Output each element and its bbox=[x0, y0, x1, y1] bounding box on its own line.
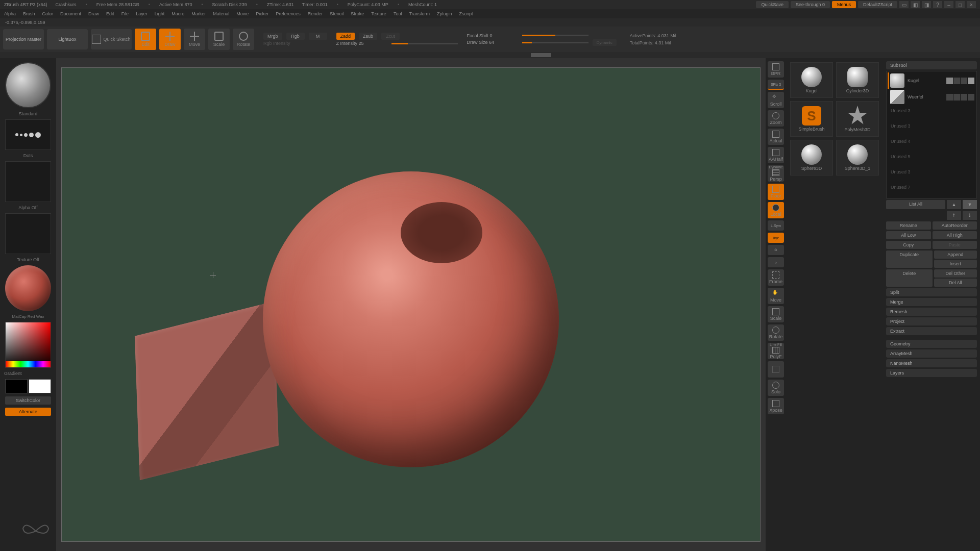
window-icon[interactable]: ◧ bbox=[911, 1, 920, 8]
projection-master-button[interactable]: Projection Master bbox=[3, 29, 44, 49]
delete-button[interactable]: Delete bbox=[886, 269, 933, 287]
menu-item[interactable]: Material bbox=[213, 11, 229, 16]
menu-item[interactable]: Macro bbox=[172, 11, 184, 16]
paint-icon[interactable] bbox=[953, 94, 960, 101]
append-button[interactable]: Append bbox=[934, 251, 977, 259]
menu-item[interactable]: Tool bbox=[394, 11, 402, 16]
tool-sphere3d1[interactable]: Sphere3D_1 bbox=[836, 140, 879, 176]
move-down-icon[interactable]: ⇣ bbox=[963, 211, 977, 220]
default-zscript[interactable]: DefaultZScript bbox=[858, 1, 897, 8]
list-all-button[interactable]: List All bbox=[886, 200, 945, 209]
alpha-slot[interactable] bbox=[5, 161, 51, 202]
mrgb-button[interactable]: Mrgb bbox=[263, 33, 282, 40]
viewport[interactable] bbox=[61, 67, 761, 542]
allhigh-button[interactable]: All High bbox=[933, 231, 977, 239]
canvas-area[interactable] bbox=[56, 58, 766, 551]
divider-bar[interactable] bbox=[0, 52, 980, 58]
up-arrow-icon[interactable]: ▲ bbox=[947, 200, 961, 209]
nav-scale-button[interactable]: Scale bbox=[768, 306, 784, 322]
menu-item[interactable]: Marker bbox=[191, 11, 206, 16]
menu-item[interactable]: Light bbox=[155, 11, 165, 16]
vis-icon[interactable] bbox=[961, 78, 967, 84]
merge-section[interactable]: Merge bbox=[886, 298, 977, 306]
tool-cylinder[interactable]: Cylinder3D bbox=[836, 62, 879, 98]
tool-simplebrush[interactable]: SSimpleBrush bbox=[790, 101, 833, 137]
linefill-button[interactable]: Line FillPolyF bbox=[768, 343, 784, 359]
persp-button[interactable]: DynamicPersp bbox=[768, 165, 784, 182]
local-button[interactable]: Local bbox=[768, 202, 784, 218]
menu-item[interactable]: Layer bbox=[136, 11, 148, 16]
draw-size-slider[interactable] bbox=[522, 42, 589, 43]
menu-item[interactable]: Document bbox=[60, 11, 81, 16]
texture-slot[interactable] bbox=[5, 213, 51, 254]
nav-rotate-button[interactable]: Rotate bbox=[768, 324, 784, 341]
zoom-button[interactable]: Zoom bbox=[768, 110, 784, 127]
alternate-button[interactable]: Alternate bbox=[5, 408, 51, 416]
paste-button[interactable]: Paste bbox=[933, 241, 977, 249]
zadd-button[interactable]: Zadd bbox=[336, 33, 355, 40]
stroke-preview[interactable] bbox=[5, 119, 51, 150]
menu-item[interactable]: Preferences bbox=[276, 11, 301, 16]
menu-item[interactable]: Zscript bbox=[459, 11, 473, 16]
autoreorder-button[interactable]: AutoReorder bbox=[933, 221, 977, 230]
focal-shift-slider[interactable] bbox=[522, 35, 589, 36]
layers-section[interactable]: Layers bbox=[886, 369, 977, 377]
solo-button[interactable]: Solo bbox=[768, 380, 784, 396]
delother-button[interactable]: Del Other bbox=[934, 269, 977, 278]
rename-button[interactable]: Rename bbox=[886, 221, 931, 230]
seethrough-slider[interactable]: See-through 0 bbox=[791, 1, 830, 8]
quicksketch-button[interactable]: Quick Sketch bbox=[91, 29, 132, 49]
window-icon[interactable]: ▭ bbox=[899, 1, 909, 8]
insert-button[interactable]: Insert bbox=[934, 260, 977, 268]
maximize-icon[interactable]: □ bbox=[955, 1, 965, 8]
project-section[interactable]: Project bbox=[886, 317, 977, 325]
split-section[interactable]: Split bbox=[886, 288, 977, 296]
bpr-button[interactable]: BPR bbox=[768, 61, 784, 78]
eye-icon[interactable] bbox=[946, 94, 953, 101]
minimize-icon[interactable]: – bbox=[944, 1, 953, 8]
xpose-button[interactable]: Xpose bbox=[768, 398, 784, 414]
nav-move-button[interactable]: ✋Move bbox=[768, 288, 784, 304]
color-picker[interactable] bbox=[5, 322, 51, 368]
target-icon[interactable]: ○ bbox=[768, 257, 784, 267]
dynamic-toggle[interactable]: Dynamic bbox=[593, 39, 617, 46]
swatch-black[interactable] bbox=[5, 379, 28, 393]
center-icon[interactable]: ⊙ bbox=[768, 245, 784, 255]
tool-sphere3d[interactable]: Sphere3D bbox=[790, 140, 833, 176]
vis2-icon[interactable] bbox=[968, 78, 974, 84]
lightbox-button[interactable]: LightBox bbox=[47, 29, 88, 49]
scale-button[interactable]: Scale bbox=[208, 29, 230, 50]
menu-item[interactable]: Zplugin bbox=[437, 11, 452, 16]
menu-item[interactable]: Stroke bbox=[351, 11, 364, 16]
remesh-section[interactable]: Remesh bbox=[886, 308, 977, 316]
paint-icon[interactable] bbox=[953, 78, 960, 84]
nanomesh-section[interactable]: NanoMesh bbox=[886, 359, 977, 367]
menu-item[interactable]: Stencil bbox=[330, 11, 344, 16]
subtool-row-wuerfel[interactable]: Wuerfel bbox=[888, 89, 975, 105]
menus-toggle[interactable]: Menus bbox=[832, 1, 856, 8]
xyz-button[interactable]: Xyz bbox=[768, 233, 784, 243]
swatch-white[interactable] bbox=[29, 379, 51, 393]
menu-item[interactable]: Movie bbox=[236, 11, 249, 16]
menu-item[interactable]: Alpha bbox=[4, 11, 16, 16]
move-up-icon[interactable]: ⇡ bbox=[947, 211, 961, 220]
window-icon[interactable]: ◨ bbox=[922, 1, 931, 8]
zcut-button[interactable]: Zcut bbox=[381, 33, 400, 40]
spix-button[interactable]: SPix 3 bbox=[768, 80, 784, 90]
subtool-header[interactable]: SubTool bbox=[886, 61, 977, 69]
frame-button[interactable]: Frame bbox=[768, 269, 784, 286]
extract-section[interactable]: Extract bbox=[886, 327, 977, 335]
menu-item[interactable]: Draw bbox=[88, 11, 99, 16]
transp-button[interactable] bbox=[768, 361, 784, 378]
switch-color-button[interactable]: SwitchColor bbox=[5, 396, 51, 405]
sphere-mesh[interactable] bbox=[263, 171, 559, 467]
menu-item[interactable]: Render bbox=[308, 11, 323, 16]
menu-item[interactable]: Edit bbox=[106, 11, 114, 16]
menu-item[interactable]: File bbox=[121, 11, 129, 16]
menu-item[interactable]: Picker bbox=[256, 11, 268, 16]
delall-button[interactable]: Del All bbox=[934, 279, 977, 287]
down-arrow-icon[interactable]: ▼ bbox=[963, 200, 977, 209]
draw-button[interactable]: Draw bbox=[159, 29, 181, 50]
menu-item[interactable]: Brush bbox=[23, 11, 35, 16]
actual-button[interactable]: Actual bbox=[768, 129, 784, 145]
